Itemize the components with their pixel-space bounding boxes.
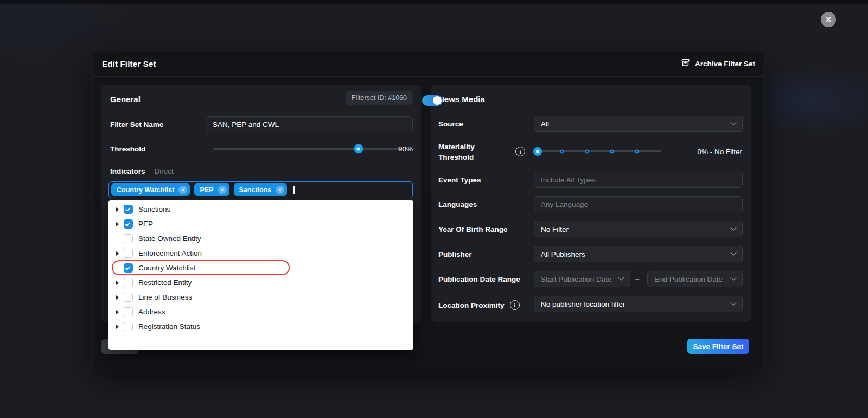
event-types-input[interactable]: Include All Types	[534, 172, 743, 188]
tag-remove-icon[interactable]: ✕	[178, 186, 187, 194]
chevron-down-icon	[730, 300, 736, 306]
tag-label: Sanctions	[239, 186, 272, 194]
publication-date-end-value: End Publication Date	[654, 275, 723, 283]
location-proximity-select[interactable]: No publisher location filter	[534, 296, 743, 312]
indicator-tag[interactable]: PEP✕	[194, 183, 229, 196]
slider-stop-dot	[610, 150, 614, 154]
publication-date-end-select[interactable]: End Publication Date	[647, 271, 743, 287]
chevron-down-icon	[618, 275, 624, 281]
option-checkbox[interactable]	[124, 234, 133, 243]
edit-filter-set-modal: Edit Filter Set Archive Filter Set Gener…	[92, 50, 765, 369]
slider-stop-dot	[560, 150, 564, 154]
publication-date-label: Publication Date Range	[438, 275, 520, 283]
expand-arrow-icon[interactable]	[116, 251, 119, 256]
threshold-slider[interactable]	[213, 141, 402, 157]
source-label: Source	[438, 120, 463, 128]
news-media-panel: News Media Source All Materiality Thresh…	[431, 85, 751, 322]
close-icon: ✕	[825, 15, 832, 24]
tag-label: PEP	[200, 186, 213, 194]
filter-set-name-value: SAN, PEP and CWL	[213, 121, 279, 129]
publication-date-start-select[interactable]: Start Publication Date	[534, 271, 630, 287]
indicator-option[interactable]: Country Watchlist	[108, 261, 413, 275]
materiality-slider-track[interactable]	[535, 150, 661, 152]
threshold-slider-track[interactable]	[213, 148, 402, 150]
filter-set-name-label: Filter Set Name	[110, 121, 163, 129]
indicators-tag-input[interactable]: Country Watchlist✕PEP✕Sanctions✕	[108, 181, 413, 198]
option-label: Restricted Entity	[138, 278, 192, 287]
indicator-tag[interactable]: Country Watchlist✕	[111, 183, 190, 196]
publication-date-start-value: Start Publication Date	[541, 275, 612, 283]
option-checkbox[interactable]	[124, 278, 133, 287]
option-label: Sanctions	[138, 205, 170, 213]
news-media-toggle[interactable]	[422, 95, 443, 106]
threshold-slider-handle[interactable]	[354, 144, 363, 154]
location-proximity-label: Location Proximity i	[438, 300, 520, 310]
expand-arrow-icon[interactable]	[116, 222, 119, 226]
languages-input[interactable]: Any Language	[534, 196, 743, 212]
modal-title: Edit Filter Set	[102, 59, 156, 68]
expand-arrow-icon[interactable]	[116, 207, 119, 212]
indicator-option[interactable]: Enforcement Action	[108, 246, 413, 261]
indicator-option[interactable]: Address	[108, 305, 413, 319]
option-checkbox[interactable]	[124, 307, 133, 316]
modal-header: Edit Filter Set Archive Filter Set	[93, 51, 764, 77]
archive-button-label: Archive Filter Set	[695, 60, 755, 68]
text-cursor	[293, 186, 295, 194]
save-filter-set-button[interactable]: Save Filter Set	[687, 339, 749, 354]
location-info-icon[interactable]: i	[510, 300, 520, 310]
indicators-label: Indicators	[110, 167, 145, 175]
expand-arrow-icon[interactable]	[116, 310, 119, 314]
page-close-button[interactable]: ✕	[821, 12, 836, 27]
materiality-info-icon[interactable]: i	[515, 147, 525, 156]
indicator-option[interactable]: Registration Status	[108, 319, 413, 334]
chevron-down-icon	[730, 250, 736, 256]
option-checkbox[interactable]	[124, 219, 133, 229]
option-label: PEP	[138, 220, 153, 228]
materiality-slider[interactable]	[535, 143, 661, 160]
option-label: Registration Status	[138, 322, 200, 331]
toggle-knob	[433, 96, 442, 105]
general-title: General	[110, 94, 141, 104]
archive-filter-set-button[interactable]: Archive Filter Set	[681, 58, 755, 69]
option-label: Address	[138, 308, 165, 316]
option-label: Enforcement Action	[138, 249, 202, 257]
languages-placeholder: Any Language	[541, 200, 588, 208]
option-checkbox[interactable]	[124, 293, 133, 302]
indicator-option[interactable]: Sanctions	[108, 202, 413, 217]
option-checkbox[interactable]	[124, 263, 133, 273]
event-types-label: Event Types	[438, 176, 481, 184]
indicator-tag[interactable]: Sanctions✕	[234, 183, 288, 196]
option-label: Country Watchlist	[138, 264, 195, 272]
option-checkbox[interactable]	[124, 205, 133, 214]
indicators-mode-direct[interactable]: Direct	[155, 167, 174, 175]
publisher-value: All Publishers	[541, 250, 585, 258]
location-proximity-value: No publisher location filter	[541, 300, 625, 308]
indicator-option[interactable]: Line of Business	[108, 290, 413, 305]
chevron-down-icon	[730, 225, 736, 231]
option-label: State Owned Entity	[138, 235, 201, 243]
year-of-birth-value: No Filter	[541, 225, 569, 233]
check-icon	[125, 221, 131, 226]
publisher-select[interactable]: All Publishers	[534, 246, 743, 262]
check-icon	[125, 206, 131, 212]
option-label: Line of Business	[138, 293, 192, 301]
indicator-dropdown-list: SanctionsPEPState Owned EntityEnforcemen…	[108, 200, 413, 350]
expand-arrow-icon[interactable]	[116, 325, 119, 329]
materiality-threshold-label: Materiality Threshold	[438, 142, 475, 162]
option-checkbox[interactable]	[124, 249, 133, 258]
year-of-birth-select[interactable]: No Filter	[534, 221, 743, 237]
source-select[interactable]: All	[534, 116, 743, 132]
indicator-option[interactable]: Restricted Entity	[108, 275, 413, 290]
news-media-title: News Media	[438, 94, 485, 104]
general-panel: General Filterset ID: #1060 Filter Set N…	[101, 85, 421, 322]
indicator-option[interactable]: PEP	[108, 217, 413, 231]
filter-set-name-input[interactable]: SAN, PEP and CWL	[206, 116, 413, 132]
archive-icon	[681, 58, 690, 69]
tag-remove-icon[interactable]: ✕	[218, 186, 227, 194]
indicator-option[interactable]: State Owned Entity	[108, 231, 413, 246]
tag-remove-icon[interactable]: ✕	[276, 186, 284, 194]
option-checkbox[interactable]	[124, 322, 133, 331]
expand-arrow-icon[interactable]	[116, 295, 119, 300]
expand-arrow-icon[interactable]	[116, 281, 119, 285]
materiality-slider-handle[interactable]	[533, 147, 542, 156]
